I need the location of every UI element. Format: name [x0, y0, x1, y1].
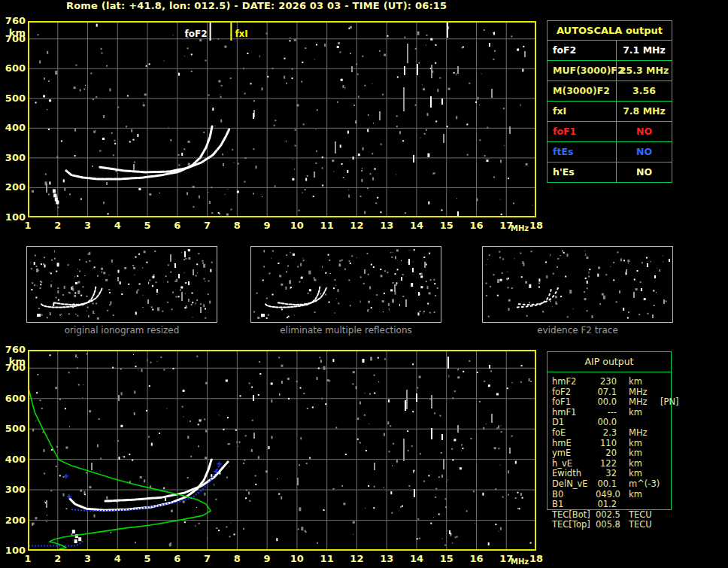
aip-param-value: 002.5 — [596, 510, 617, 521]
x-tick-label: 4 — [109, 220, 126, 231]
aip-param-unit — [629, 500, 659, 510]
aip-param-name: foF1 — [552, 397, 596, 408]
aip-param-value: 07.1 — [596, 387, 617, 398]
x-tick-label: 3 — [80, 554, 96, 564]
aip-param-unit: km — [629, 459, 659, 469]
aip-param-unit: km — [629, 408, 659, 418]
y-tick-label: 300 — [1, 484, 26, 495]
aip-param-unit — [629, 418, 659, 428]
panel-caption: eliminate multiple reflections — [250, 325, 441, 336]
autoscala-row-value: 7.8 MHz — [617, 102, 672, 121]
autoscala-output-table: AUTOSCALA output foF27.1 MHzMUF(3000)F22… — [547, 20, 672, 183]
station-date-title: Rome (lat: +41.8, lon: 012.5) - DATE: 20… — [66, 0, 447, 11]
bottom-ionogram-chart — [28, 350, 536, 551]
aip-row: hmF2230km — [552, 377, 725, 387]
autoscala-row: fxI7.8 MHz — [548, 102, 672, 122]
aip-row: hmE110km — [552, 439, 725, 449]
aip-param-name: h_vE — [552, 459, 596, 469]
aip-table-rows: hmF2230kmfoF207.1MHzfoF100.0MHz[PN]hmF1-… — [552, 377, 725, 530]
aip-param-name: Ewidth — [552, 469, 596, 479]
aip-param-unit: MHz — [629, 387, 659, 398]
y-tick-label: 200 — [1, 182, 26, 193]
x-tick-label: 8 — [229, 220, 245, 231]
autoscala-row-label: foF2 — [548, 41, 617, 60]
panel-caption: original ionogram resized — [26, 325, 217, 336]
aip-param-name: TEC[Bot] — [552, 510, 596, 521]
x-tick-label: 5 — [139, 220, 156, 231]
autoscala-row-label: foF1 — [548, 122, 617, 141]
panel-eliminate-reflections — [250, 246, 441, 323]
aip-row: ymE20km — [552, 448, 725, 459]
aip-param-unit: MHz — [629, 428, 659, 439]
aip-param-value: 230 — [596, 377, 617, 387]
aip-param-name: B1 — [552, 500, 596, 510]
panel-plot-svg — [483, 247, 672, 321]
panel-evidence-f2-trace — [482, 246, 673, 323]
y-tick-label: 600 — [1, 63, 26, 74]
x-tick-label: 7 — [199, 220, 216, 231]
aip-param-unit: km — [629, 377, 659, 387]
aip-param-value: 32 — [596, 469, 617, 479]
aip-param-value: 00.0 — [596, 418, 617, 428]
x-tick-label: 10 — [289, 554, 305, 564]
aip-param-unit: MHz — [629, 397, 659, 408]
y-tick-label: 500 — [1, 93, 26, 104]
autoscala-table-header: AUTOSCALA output — [548, 21, 672, 41]
ionogram-page: Rome (lat: +41.8, lon: 012.5) - DATE: 20… — [0, 0, 728, 568]
aip-param-note: [PN] — [660, 397, 679, 408]
aip-row: foF100.0MHz[PN] — [552, 397, 725, 408]
y-axis-unit-label: km — [1, 28, 26, 38]
aip-param-unit: km — [629, 469, 659, 479]
aip-param-name: D1 — [552, 418, 596, 428]
autoscala-row-value: NO — [617, 163, 672, 182]
aip-param-value: 01.2 — [596, 500, 617, 510]
x-axis-unit-label: MHz — [511, 557, 529, 566]
aip-param-value: 110 — [596, 439, 617, 449]
ionogram-plot-svg — [28, 21, 536, 217]
x-tick-label: 6 — [169, 220, 186, 231]
aip-row: DelN_vE00.1m^(-3) — [552, 479, 725, 490]
top-ionogram-chart — [28, 21, 536, 217]
x-tick-label: 7 — [199, 554, 216, 564]
x-tick-label: 18 — [528, 220, 544, 231]
aip-row: B101.2 — [552, 500, 725, 510]
x-tick-label: 16 — [468, 220, 484, 231]
aip-param-name: TEC[Top] — [552, 520, 596, 530]
aip-param-unit: km — [629, 448, 659, 459]
aip-row: Ewidth32km — [552, 469, 725, 479]
y-tick-label: 300 — [1, 153, 26, 163]
aip-param-value: 122 — [596, 459, 617, 469]
autoscala-row-label: ftEs — [548, 142, 617, 162]
panel-original-ionogram — [26, 246, 217, 323]
y-tick-label: 500 — [1, 424, 26, 434]
x-tick-label: 11 — [319, 554, 335, 564]
aip-row: TEC[Bot]002.5TECU — [552, 510, 725, 521]
aip-param-value: 00.1 — [596, 479, 617, 490]
autoscala-row-label: MUF(3000)F2 — [548, 61, 617, 80]
autoscala-table-rows: foF27.1 MHzMUF(3000)F225.3 MHzM(3000)F23… — [548, 41, 672, 182]
aip-param-name: foE — [552, 428, 596, 439]
ionogram-plot-svg — [28, 350, 536, 551]
aip-param-name: B0 — [552, 490, 596, 500]
x-tick-label: 12 — [348, 554, 365, 564]
aip-param-unit: m^(-3) — [629, 479, 659, 490]
y-tick-label: 600 — [1, 393, 26, 404]
autoscala-row: M(3000)F23.56 — [548, 81, 672, 102]
aip-row: h_vE122km — [552, 459, 725, 469]
aip-row: TEC[Top]005.8TECU — [552, 520, 725, 530]
aip-param-unit: TECU — [629, 510, 659, 521]
y-axis-unit-label: km — [1, 357, 26, 367]
aip-row: foF207.1MHz — [552, 387, 725, 398]
aip-param-name: foF2 — [552, 387, 596, 398]
aip-param-name: DelN_vE — [552, 479, 596, 490]
x-tick-label: 15 — [438, 554, 455, 564]
aip-row: D100.0 — [552, 418, 725, 428]
x-tick-label: 13 — [378, 220, 395, 231]
aip-row: B0049.0km — [552, 490, 725, 500]
aip-param-unit: km — [629, 490, 659, 500]
x-tick-label: 14 — [408, 554, 425, 564]
y-tick-label: 400 — [1, 123, 26, 133]
marker-label-fof2: foF2 — [180, 29, 208, 39]
autoscala-row-label: h'Es — [548, 163, 617, 182]
y-tick-label: 200 — [1, 515, 26, 526]
